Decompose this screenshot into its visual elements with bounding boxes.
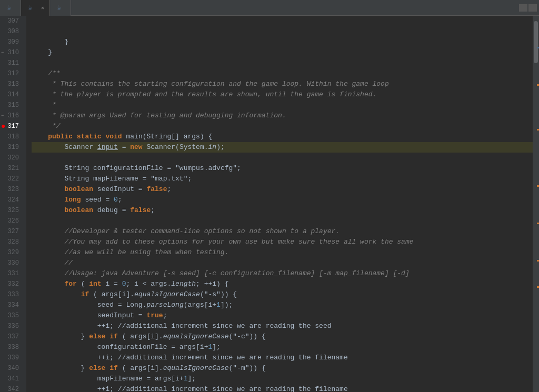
java-modified-icon: ☕ [26,4,34,12]
code-line: //as we will be using them when testing. [32,247,533,258]
code-line: */ [32,121,533,132]
code-line: String mapFilename = "map.txt"; [32,174,533,184]
scrollbar-marker [537,129,539,130]
code-line: boolean debug = false; [32,205,533,216]
code-line: ++i; //additional increment since we are… [32,353,533,363]
code-line: seed = Long.parseLong(args[i+1]); [32,300,533,310]
code-line: * the player is prompted and the results… [32,89,533,100]
code-line: * This contains the starting configurati… [32,79,533,89]
code-line: boolean seedInput = false; [32,184,533,195]
vertical-scrollbar[interactable] [533,16,539,392]
code-line: configurationFile = args[i+1]; [32,342,533,353]
code-line: } else if ( args[i].equalsIgnoreCase("-c… [32,331,533,342]
breakpoint-icon[interactable]: ● [1,123,5,130]
scrollbar-marker [537,260,539,262]
code-line: //Developer & tester command-line option… [32,226,533,237]
code-line: mapFilename = args[i+1]; [32,374,533,384]
line-number-gutter: 307308309−310311312313314315−316●3173183… [0,16,26,392]
window-controls [519,4,539,12]
tab-bar: ☕ ☕ ✕ ☕ [0,0,539,16]
code-line: } [32,37,533,47]
java-icon-2: ☕ [55,4,63,12]
code-line: // [32,258,533,268]
restore-button[interactable] [528,4,537,12]
code-line: String configurationFile = "wumpus.advcf… [32,163,533,174]
code-line: Scanner input = new Scanner(System.in); [32,142,533,153]
code-line: * [32,100,533,110]
scrollbar-marker [537,84,539,86]
code-line: for ( int i = 0; i < args.length; ++i) { [32,279,533,289]
code-line: seedInput = true; [32,310,533,321]
fold-marker[interactable]: − [1,47,4,58]
code-line: /** [32,68,533,79]
tab-adventure[interactable]: ☕ ✕ [21,0,50,16]
code-line: long seed = 0; [32,195,533,205]
code-area: 307308309−310311312313314315−316●3173183… [0,16,539,392]
scrollbar-marker [537,223,539,224]
scrollbar-marker [537,185,539,187]
tab-testadventure[interactable]: ☕ [50,0,71,16]
code-line: ++i; //additional increment since we are… [32,321,533,331]
java-icon: ☕ [5,4,13,12]
code-line [32,153,533,163]
minimize-button[interactable] [519,4,527,12]
code-line: * @param args Used for testing and debug… [32,110,533,121]
scrollbar-marker [537,286,539,288]
code-line: if ( args[i].equalsIgnoreCase("-s")) { [32,289,533,300]
code-line [32,216,533,226]
code-line: //You may add to these options for your … [32,237,533,247]
fold-marker[interactable]: − [1,110,4,121]
tab-config[interactable]: ☕ [0,0,21,16]
tab-adventure-close[interactable]: ✕ [41,5,44,11]
code-line: ++i; //additional increment since we are… [32,384,533,392]
code-line: } [32,47,533,58]
code-line: //Usage: java Adventure [-s seed] [-c co… [32,268,533,279]
code-editor[interactable]: } } /** * This contains the starting con… [26,16,533,392]
scrollbar-thumb[interactable] [534,21,538,63]
scrollbar-marker [537,47,539,48]
code-line [32,58,533,68]
code-line: } else if ( args[i].equalsIgnoreCase("-m… [32,363,533,374]
code-line: public static void main(String[] args) { [32,132,533,142]
